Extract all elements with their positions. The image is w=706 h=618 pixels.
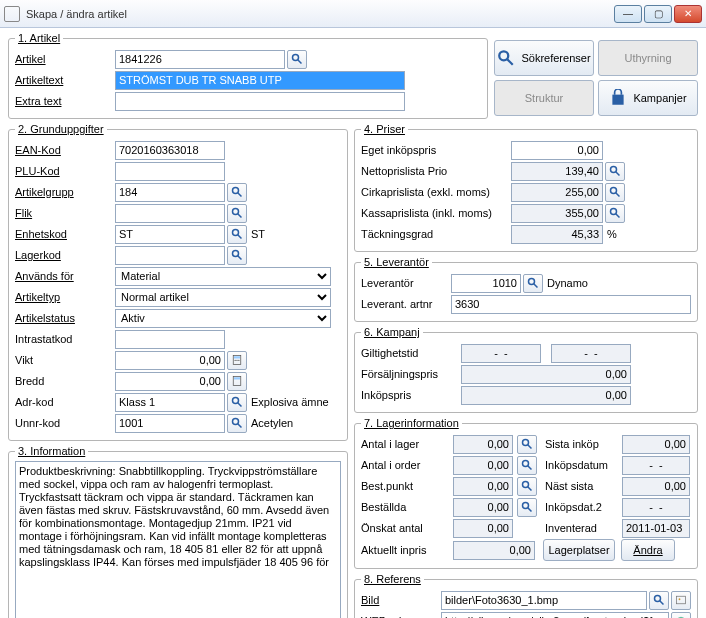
svg-point-34 [523,461,529,467]
app-icon [4,6,20,22]
legend-artikel: 1. Artikel [15,32,63,44]
artstatus-select[interactable]: Aktiv [115,309,331,328]
svg-line-25 [616,172,620,176]
intrastat-input[interactable] [115,330,225,349]
nast-input [622,477,690,496]
window-title: Skapa / ändra artikel [26,8,612,20]
web-input[interactable] [441,612,669,619]
minimize-button[interactable]: — [614,5,642,23]
inkopsdat2-label: Inköpsdat.2 [545,501,620,513]
inkopsdat2-input [622,498,690,517]
lager-input[interactable] [115,246,225,265]
sokreferenser-label: Sökreferenser [521,52,590,64]
tack-unit: % [607,228,617,240]
cirka-lookup[interactable] [605,183,625,202]
flik-input[interactable] [115,204,225,223]
levart-label: Leverant. artnr [361,298,451,310]
legend-ref: 8. Referens [361,573,424,585]
artikel-label: Artikel [15,53,115,65]
antal-lager-lookup[interactable] [517,435,537,454]
svg-point-20 [233,398,239,404]
bredd-input[interactable] [115,372,225,391]
tack-input [511,225,603,244]
gilt-label: Giltighetstid [361,347,461,359]
artgrp-lookup[interactable] [227,183,247,202]
artikel-lookup[interactable] [287,50,307,69]
struktur-button[interactable]: Struktur [494,80,594,116]
aktuellt-label: Aktuellt inpris [361,544,451,556]
forsalj-input [461,365,631,384]
unnr-after: Acetylen [251,417,293,429]
vikt-calc[interactable] [227,351,247,370]
netto-lookup[interactable] [605,162,625,181]
svg-point-16 [236,360,237,361]
anvands-select[interactable]: Material [115,267,331,286]
legend-lager7: 7. Lagerinformation [361,417,462,429]
artikeltext-input[interactable] [115,71,405,90]
close-button[interactable]: ✕ [674,5,702,23]
information-textarea[interactable]: Produktbeskrivning: Snabbtillkoppling. T… [15,461,341,618]
svg-point-22 [233,419,239,425]
sista-input [622,435,690,454]
web-open[interactable] [671,612,691,619]
unnr-lookup[interactable] [227,414,247,433]
ean-label: EAN-Kod [15,144,115,156]
gilt-to [551,344,631,363]
kampanjer-label: Kampanjer [633,92,686,104]
legend-grund: 2. Grunduppgifter [15,123,107,135]
aktuellt-input [453,541,535,560]
lev-lookup[interactable] [523,274,543,293]
lagerplatser-button[interactable]: Lagerplatser [543,539,615,561]
enhet-input[interactable] [115,225,225,244]
extratext-input[interactable] [115,92,405,111]
legend-info: 3. Information [15,445,88,457]
onskat-label: Önskat antal [361,522,451,534]
section-priser: 4. Priser Eget inköpspris Nettoprislista… [354,123,698,252]
image-icon [675,594,687,606]
adr-label: Adr-kod [15,396,115,408]
artikel-input[interactable] [115,50,285,69]
svg-line-12 [238,256,242,260]
gilt-from [461,344,541,363]
lev-input[interactable] [451,274,521,293]
flik-lookup[interactable] [227,204,247,223]
antal-order-lookup[interactable] [517,456,537,475]
maximize-button[interactable]: ▢ [644,5,672,23]
uthyrning-button[interactable]: Uthyrning [598,40,698,76]
lager-lookup[interactable] [227,246,247,265]
adr-input[interactable] [115,393,225,412]
svg-point-30 [529,279,535,285]
levart-input[interactable] [451,295,691,314]
ean-input[interactable] [115,141,225,160]
unnr-input[interactable] [115,414,225,433]
eget-input[interactable] [511,141,603,160]
bredd-calc[interactable] [227,372,247,391]
anvands-label: Används för [15,270,115,282]
enhet-label: Enhetskod [15,228,115,240]
enhet-lookup[interactable] [227,225,247,244]
vikt-input[interactable] [115,351,225,370]
kassa-lookup[interactable] [605,204,625,223]
svg-point-17 [238,360,239,361]
bestpunkt-lookup[interactable] [517,477,537,496]
kampanjer-button[interactable]: Kampanjer [598,80,698,116]
artgrp-input[interactable] [115,183,225,202]
unnr-label: Unnr-kod [15,417,115,429]
svg-line-37 [528,487,532,491]
bestallda-label: Beställda [361,501,451,513]
andra-button[interactable]: Ändra [621,539,675,561]
bestallda-lookup[interactable] [517,498,537,517]
bild-lookup[interactable] [649,591,669,610]
plu-input[interactable] [115,162,225,181]
sokreferenser-button[interactable]: Sökreferenser [494,40,594,76]
section-leverantor: 5. Leverantör LeverantörDynamo Leverant.… [354,256,698,322]
bild-input[interactable] [441,591,647,610]
bild-open[interactable] [671,591,691,610]
svg-line-41 [660,601,664,605]
artikeltyp-select[interactable]: Normal artikel [115,288,331,307]
adr-lookup[interactable] [227,393,247,412]
uthyrning-label: Uthyrning [624,52,671,64]
antal-lager-input [453,435,513,454]
svg-line-1 [298,60,302,64]
inkopsdatum-input [622,456,690,475]
